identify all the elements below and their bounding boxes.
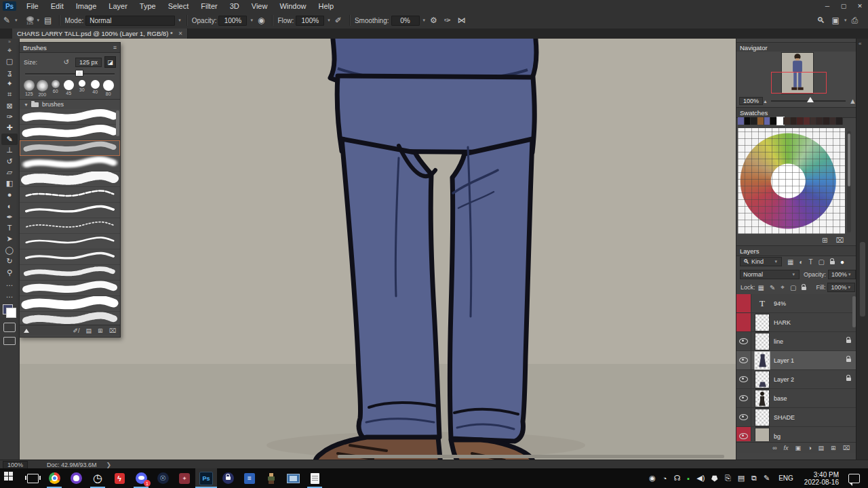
- tool-blur[interactable]: ●: [1, 189, 18, 200]
- workspace-switcher-icon[interactable]: ▣: [832, 16, 840, 25]
- layer-visibility-toggle[interactable]: [736, 427, 751, 441]
- airbrush-icon[interactable]: ✐: [335, 16, 342, 25]
- screen-mode-icon[interactable]: [3, 337, 16, 345]
- delete-brush-icon[interactable]: ⌧: [109, 327, 116, 334]
- opacity-field[interactable]: 100%: [218, 16, 247, 26]
- layer-visibility-toggle[interactable]: [736, 370, 751, 388]
- delete-swatch-icon[interactable]: ⌧: [835, 237, 844, 244]
- panel-menu-icon[interactable]: ≡: [113, 44, 117, 51]
- recent-swatch-10[interactable]: [797, 117, 804, 125]
- layer-row-layer2[interactable]: Layer 2: [736, 370, 856, 389]
- tool-shape[interactable]: ◯: [1, 245, 18, 256]
- tool-frame[interactable]: ⊠: [1, 100, 18, 111]
- tool-eyedropper[interactable]: ✑: [1, 111, 18, 122]
- network-device-icon[interactable]: ▤: [738, 474, 745, 483]
- chevron-down-icon[interactable]: ▾: [250, 18, 253, 23]
- lock-paint-icon[interactable]: ✎: [770, 284, 775, 291]
- language-indicator[interactable]: ENG: [778, 474, 793, 482]
- recent-swatch-4[interactable]: [757, 117, 764, 125]
- layer-visibility-toggle[interactable]: [736, 294, 751, 312]
- size-value-field[interactable]: 125 px: [75, 58, 102, 67]
- tool-gradient[interactable]: ◧: [1, 178, 18, 189]
- zoom-slider-thumb[interactable]: [807, 97, 814, 102]
- recent-swatch-11[interactable]: [804, 117, 810, 125]
- layer-name[interactable]: HARK: [774, 319, 856, 326]
- menu-help[interactable]: Help: [313, 2, 340, 10]
- taskbar-game-sprite[interactable]: [260, 468, 282, 488]
- microphone-icon[interactable]: ☊: [674, 474, 681, 483]
- slider-thumb[interactable]: [76, 70, 83, 76]
- brush-stroke-item-12[interactable]: [20, 281, 120, 296]
- stylus-pen-icon[interactable]: ✎: [764, 474, 770, 483]
- pressure-size-icon[interactable]: ✑: [444, 16, 451, 25]
- fill-field[interactable]: 100% ▾: [827, 283, 855, 292]
- recent-swatch-8[interactable]: [784, 117, 791, 125]
- chevron-down-icon[interactable]: ▾: [37, 18, 40, 23]
- chevron-down-icon[interactable]: ▾: [328, 18, 330, 23]
- filter-pixel-icon[interactable]: ▦: [787, 258, 793, 266]
- brush-stroke-item-2[interactable]: [20, 125, 120, 140]
- layer-name[interactable]: base: [774, 395, 856, 402]
- tool-crop[interactable]: ⌗: [1, 89, 18, 100]
- dual-monitor-icon[interactable]: ⧉: [751, 474, 757, 483]
- brush-stroke-item-6[interactable]: [20, 187, 120, 203]
- tool-lasso[interactable]: ʓ: [1, 67, 18, 78]
- recent-swatch-6[interactable]: [770, 117, 777, 125]
- collapse-panels-icon[interactable]: «: [859, 41, 861, 47]
- layer-row-base[interactable]: base: [736, 389, 856, 408]
- brush-stroke-item-5[interactable]: [20, 171, 120, 187]
- layer-row-hark[interactable]: HARK: [736, 313, 856, 332]
- brush-preset-125[interactable]: 125: [22, 79, 36, 97]
- footer-slider-thumb[interactable]: [24, 329, 29, 333]
- quick-mask-icon[interactable]: [3, 323, 16, 332]
- filter-type-icon[interactable]: T: [809, 258, 813, 266]
- tool-rotate[interactable]: ↻: [1, 256, 18, 266]
- brush-preset-45[interactable]: 45: [62, 79, 76, 97]
- menu-type[interactable]: Type: [134, 2, 162, 10]
- taskbar-steam[interactable]: ☉: [152, 468, 174, 488]
- tool-zoom[interactable]: ⚲: [1, 267, 18, 278]
- tool-dodge[interactable]: ◐: [1, 200, 18, 211]
- pressure-opacity-icon[interactable]: ◉: [258, 16, 264, 25]
- brush-preset-40[interactable]: 40: [89, 79, 102, 97]
- volume-icon[interactable]: ◀): [696, 474, 705, 483]
- close-icon[interactable]: ✕: [852, 3, 868, 9]
- recent-swatch-2[interactable]: [745, 117, 751, 125]
- taskbar-chrome[interactable]: [43, 468, 65, 488]
- layer-row-layer1[interactable]: Layer 1: [736, 351, 856, 370]
- mode-select[interactable]: Normal: [85, 16, 175, 26]
- new-swatch-icon[interactable]: ⊞: [822, 237, 827, 244]
- navigator-zoom-field[interactable]: 100%: [739, 97, 763, 105]
- filter-toggle-icon[interactable]: ●: [840, 258, 844, 266]
- brush-list-scrollbar[interactable]: [116, 110, 119, 136]
- lock-position-icon[interactable]: ⌖: [781, 283, 785, 291]
- reset-size-icon[interactable]: ↺: [64, 58, 69, 66]
- chevron-down-icon[interactable]: ▾: [178, 18, 181, 23]
- brush-preset-60[interactable]: 60: [49, 79, 62, 97]
- zoom-out-icon[interactable]: ▲: [763, 99, 768, 104]
- tool-brush[interactable]: ✎: [1, 134, 18, 144]
- clipboard-icon[interactable]: ⎘: [725, 474, 731, 483]
- layer-name[interactable]: Layer 1: [774, 357, 846, 364]
- restore-icon[interactable]: ▢: [835, 3, 852, 9]
- swatches-scrollbar[interactable]: [847, 131, 851, 232]
- tool-stamp[interactable]: ⊥: [1, 145, 18, 156]
- tool-eraser[interactable]: ▱: [1, 167, 18, 178]
- brush-stroke-item-14[interactable]: [20, 312, 120, 325]
- taskbar-clock-app[interactable]: ◷: [87, 468, 108, 488]
- menu-image[interactable]: Image: [70, 2, 103, 10]
- taskbar-notepad[interactable]: [304, 468, 326, 488]
- brush-preset-80[interactable]: 80: [102, 79, 115, 97]
- tool-type[interactable]: T: [1, 222, 18, 233]
- layer-row-94[interactable]: T94%: [736, 294, 856, 313]
- menu-3d[interactable]: 3D: [224, 2, 245, 10]
- delete-layer-icon[interactable]: ⌧: [843, 445, 850, 451]
- layer-visibility-toggle[interactable]: [736, 332, 751, 350]
- size-slider[interactable]: [25, 70, 115, 77]
- menu-window[interactable]: Window: [273, 2, 312, 10]
- brush-stroke-item-3[interactable]: [20, 140, 120, 156]
- recent-swatch-15[interactable]: [830, 117, 837, 125]
- layers-header[interactable]: Layers ≡: [736, 245, 863, 256]
- tool-history[interactable]: ↺: [1, 156, 18, 167]
- menu-file[interactable]: File: [20, 2, 45, 10]
